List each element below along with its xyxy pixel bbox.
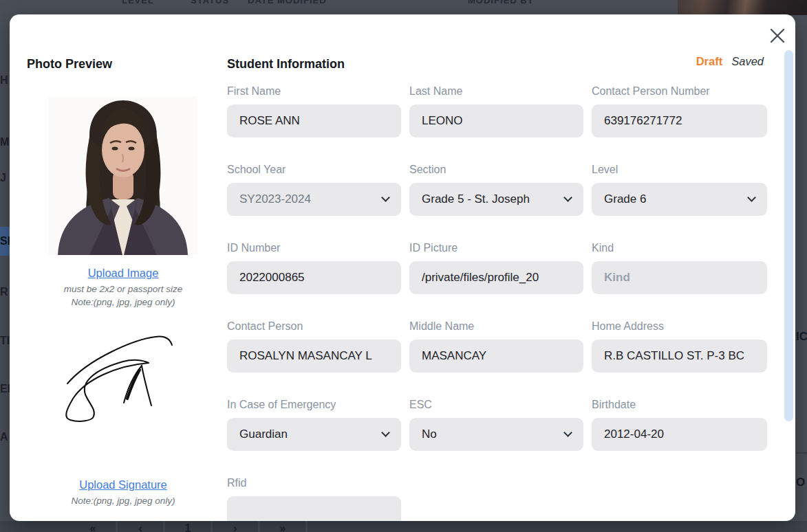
first-name-label: First Name: [227, 84, 401, 99]
last-name-label: Last Name: [409, 84, 583, 99]
field-in-case-of-emergency: In Case of Emergency Guardian: [227, 397, 401, 451]
bg-table-header-level: LEVEL: [122, 0, 154, 6]
field-esc: ESC No: [409, 397, 583, 451]
pagination-gap: [305, 521, 308, 532]
in-case-of-emergency-select[interactable]: Guardian: [227, 418, 401, 451]
bg-photo-fragment: [678, 0, 807, 15]
level-label: Level: [592, 162, 767, 177]
close-icon[interactable]: [768, 27, 786, 45]
kind-input[interactable]: [592, 261, 767, 294]
id-picture-input[interactable]: [409, 261, 583, 294]
field-contact-person-number: Contact Person Number: [592, 84, 767, 137]
chevron-down-icon: [381, 428, 390, 437]
section-label: Section: [409, 162, 583, 177]
first-name-input[interactable]: [227, 104, 401, 137]
bg-row-fragment: EL: [0, 383, 10, 395]
image-size-note: must be 2x2 or passport size: [27, 284, 219, 294]
upload-image-link[interactable]: Upload Image: [27, 267, 219, 280]
student-signature: [58, 330, 189, 426]
student-form: First Name Last Name Contact Person Numb…: [227, 84, 767, 521]
pagination-bar: « ‹ 1 › »: [0, 521, 807, 532]
school-year-label: School Year: [227, 162, 401, 177]
field-contact-person: Contact Person: [227, 319, 401, 373]
signature-format-note: Note:(png, jpg, jpeg only): [27, 496, 219, 506]
in-case-of-emergency-label: In Case of Emergency: [227, 397, 401, 412]
level-select[interactable]: Grade 6: [592, 183, 767, 216]
bg-row-fragment: H: [0, 74, 10, 87]
chevron-down-icon: [381, 193, 390, 202]
bg-table-header-modified-by: MODIFIED BY: [468, 0, 534, 6]
field-school-year: School Year SY2023-2024: [227, 162, 401, 216]
bg-row-fragment: A: [0, 431, 10, 443]
rfid-input[interactable]: [227, 496, 401, 521]
esc-select[interactable]: No: [409, 418, 583, 451]
bg-row-fragment: TI: [0, 335, 10, 347]
id-number-input[interactable]: [227, 261, 401, 294]
field-id-number: ID Number: [227, 241, 401, 294]
middle-name-label: Middle Name: [409, 319, 583, 334]
modal-scrollbar[interactable]: [784, 50, 793, 421]
home-address-label: Home Address: [592, 319, 767, 334]
section-select[interactable]: Grade 5 - St. Joseph: [409, 183, 583, 216]
student-photo: [48, 96, 197, 255]
pagination-first-button[interactable]: «: [70, 521, 116, 532]
chevron-down-icon: [747, 193, 756, 202]
id-number-label: ID Number: [227, 241, 401, 256]
contact-person-label: Contact Person: [227, 319, 401, 334]
field-kind: Kind: [592, 241, 767, 294]
field-section: Section Grade 5 - St. Joseph: [409, 162, 583, 216]
chevron-down-icon: [563, 428, 572, 437]
field-id-picture: ID Picture: [409, 241, 583, 294]
save-status: Draft Saved: [696, 55, 764, 68]
id-picture-label: ID Picture: [409, 241, 583, 256]
bg-table-header-date-modified: DATE MODIFIED: [248, 0, 327, 6]
saved-badge: Saved: [731, 55, 764, 68]
pagination-page-1-button[interactable]: 1: [165, 521, 211, 532]
contact-person-input[interactable]: [227, 340, 401, 373]
esc-value: No: [422, 418, 437, 451]
field-last-name: Last Name: [409, 84, 583, 137]
contact-person-number-label: Contact Person Number: [592, 84, 767, 99]
bg-row-fragment: R: [0, 286, 10, 298]
pagination-prev-button[interactable]: ‹: [118, 521, 163, 532]
pagination-next-button[interactable]: ›: [213, 521, 258, 532]
home-address-input[interactable]: [592, 340, 767, 373]
last-name-input[interactable]: [409, 104, 583, 137]
field-home-address: Home Address: [592, 319, 767, 373]
field-middle-name: Middle Name: [409, 319, 583, 373]
student-information-title: Student Information: [227, 57, 345, 71]
bg-right-fragment: IC: [796, 330, 807, 344]
rfid-label: Rfid: [227, 476, 401, 491]
draft-badge: Draft: [696, 55, 723, 68]
image-format-note: Note:(png, jpg, jpeg only): [27, 297, 219, 307]
photo-preview-panel: Photo Preview: [27, 57, 219, 518]
level-value: Grade 6: [604, 183, 646, 216]
kind-label: Kind: [592, 241, 767, 256]
bg-right-divider: [796, 452, 807, 454]
field-birthdate: Birthdate: [592, 397, 767, 451]
upload-signature-link[interactable]: Upload Signature: [27, 478, 219, 491]
field-first-name: First Name: [227, 84, 401, 137]
pagination-last-button[interactable]: »: [260, 521, 305, 532]
bg-table-header-status: STATUS: [191, 0, 229, 6]
bg-right-fragment: O: [796, 476, 807, 489]
bg-row-fragment: SE: [0, 235, 10, 247]
bg-row-fragment: M: [0, 136, 10, 148]
school-year-value: SY2023-2024: [239, 183, 311, 216]
section-value: Grade 5 - St. Joseph: [422, 183, 530, 216]
student-information-modal: Photo Preview: [10, 14, 795, 521]
middle-name-input[interactable]: [409, 340, 583, 373]
bg-row-fragment: J: [0, 172, 10, 184]
field-rfid: Rfid: [227, 476, 401, 521]
contact-person-number-input[interactable]: [592, 104, 767, 137]
field-level: Level Grade 6: [592, 162, 767, 216]
photo-preview-title: Photo Preview: [27, 57, 112, 71]
chevron-down-icon: [563, 193, 572, 202]
school-year-select[interactable]: SY2023-2024: [227, 183, 401, 216]
esc-label: ESC: [409, 397, 583, 412]
birthdate-input[interactable]: [592, 418, 767, 451]
birthdate-label: Birthdate: [592, 397, 767, 412]
in-case-of-emergency-value: Guardian: [239, 418, 288, 451]
